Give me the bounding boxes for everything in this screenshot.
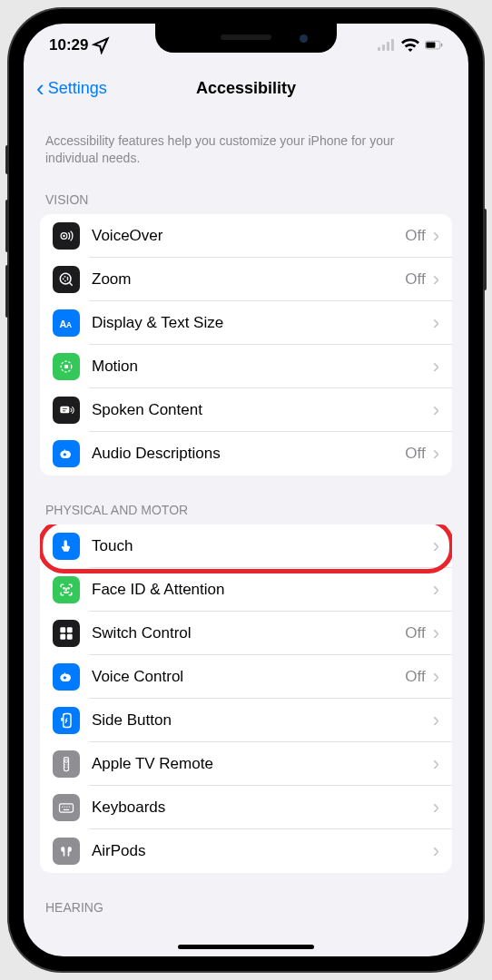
svg-point-25 <box>64 676 66 679</box>
chevron-right-icon: › <box>433 578 439 602</box>
touch-icon <box>53 533 80 560</box>
back-button[interactable]: ‹ Settings <box>36 74 107 103</box>
volume-down-button <box>5 265 9 318</box>
power-button <box>483 209 487 290</box>
list-group: VoiceOverOff›ZoomOff›AADisplay & Text Si… <box>40 214 452 475</box>
settings-row-zoom[interactable]: ZoomOff› <box>40 258 452 301</box>
svg-point-36 <box>62 806 63 807</box>
section-header: HEARING <box>40 873 452 922</box>
svg-rect-15 <box>60 407 69 414</box>
chevron-right-icon: › <box>433 839 439 863</box>
svg-point-33 <box>64 767 65 768</box>
svg-point-10 <box>64 276 68 280</box>
chevron-right-icon: › <box>433 268 439 291</box>
svg-rect-40 <box>64 808 70 809</box>
settings-row-voicecontrol[interactable]: Voice ControlOff› <box>40 655 452 699</box>
page-title: Accessibility <box>196 79 296 98</box>
nav-bar: ‹ Settings Accessibility <box>24 67 468 109</box>
row-label: Keyboards <box>92 799 433 817</box>
voicecontrol-icon <box>53 663 80 691</box>
svg-point-17 <box>64 453 66 456</box>
svg-point-30 <box>65 760 66 761</box>
svg-text:A: A <box>66 320 72 329</box>
row-status: Off <box>405 624 425 642</box>
row-label: AirPods <box>92 842 433 860</box>
wifi-icon <box>401 36 419 54</box>
settings-row-switch[interactable]: Switch ControlOff› <box>40 612 452 655</box>
svg-point-38 <box>66 806 67 807</box>
svg-point-14 <box>64 365 67 368</box>
voiceover-icon <box>53 222 80 250</box>
settings-row-textsize[interactable]: AADisplay & Text Size› <box>40 301 452 345</box>
battery-icon <box>425 36 443 54</box>
row-status: Off <box>405 270 425 289</box>
tvremote-icon <box>53 750 80 778</box>
settings-row-keyboard[interactable]: Keyboards› <box>40 786 452 829</box>
chevron-right-icon: › <box>433 534 439 558</box>
chevron-right-icon: › <box>433 311 439 335</box>
row-status: Off <box>405 227 425 245</box>
settings-row-airpods[interactable]: AirPods› <box>40 829 452 873</box>
page-description: Accessibility features help you customiz… <box>40 109 452 187</box>
svg-rect-3 <box>391 39 394 51</box>
row-label: Zoom <box>92 270 405 289</box>
svg-rect-6 <box>441 44 442 47</box>
settings-row-tvremote[interactable]: Apple TV Remote› <box>40 742 452 786</box>
svg-point-18 <box>64 587 64 588</box>
motion-icon <box>53 353 80 380</box>
settings-row-audiodesc[interactable]: Audio DescriptionsOff› <box>40 432 452 475</box>
settings-row-faceid[interactable]: Face ID & Attention› <box>40 568 452 612</box>
svg-rect-2 <box>387 42 389 51</box>
svg-rect-27 <box>61 717 63 720</box>
svg-point-37 <box>64 806 65 807</box>
mute-switch <box>5 145 9 174</box>
keyboard-icon <box>53 794 80 821</box>
phone-screen: 10:29 ‹ Settings Accessibility Accessibi… <box>24 24 468 956</box>
location-icon <box>92 36 110 54</box>
svg-rect-21 <box>67 627 73 632</box>
settings-row-sidebutton[interactable]: Side Button› <box>40 699 452 742</box>
content-scroll[interactable]: Accessibility features help you customiz… <box>24 109 468 956</box>
svg-rect-22 <box>60 634 65 640</box>
chevron-left-icon: ‹ <box>36 74 44 103</box>
notch <box>155 24 337 53</box>
textsize-icon: AA <box>53 309 80 337</box>
chevron-right-icon: › <box>433 398 439 422</box>
settings-row-motion[interactable]: Motion› <box>40 345 452 388</box>
settings-row-spoken[interactable]: Spoken Content› <box>40 388 452 432</box>
section-header: VISION <box>40 187 452 214</box>
row-label: Switch Control <box>92 624 405 642</box>
svg-rect-20 <box>60 627 65 632</box>
row-label: Display & Text Size <box>92 314 433 332</box>
sidebutton-icon <box>53 707 80 734</box>
settings-row-voiceover[interactable]: VoiceOverOff› <box>40 214 452 258</box>
svg-point-8 <box>63 235 65 238</box>
svg-rect-35 <box>60 804 74 812</box>
list-group: Touch›Face ID & Attention›Switch Control… <box>40 524 452 873</box>
chevron-right-icon: › <box>433 622 439 645</box>
svg-point-9 <box>60 273 71 284</box>
switch-icon <box>53 620 80 647</box>
chevron-right-icon: › <box>433 224 439 248</box>
svg-point-19 <box>68 587 69 588</box>
row-label: Touch <box>92 537 433 555</box>
svg-point-34 <box>67 767 68 768</box>
airpods-icon <box>53 838 80 865</box>
row-label: VoiceOver <box>92 227 405 245</box>
row-label: Apple TV Remote <box>92 755 433 773</box>
back-label: Settings <box>48 79 107 98</box>
svg-rect-1 <box>382 44 385 51</box>
chevron-right-icon: › <box>433 796 439 819</box>
settings-row-touch[interactable]: Touch› <box>40 524 452 568</box>
chevron-right-icon: › <box>433 709 439 732</box>
svg-point-32 <box>67 764 68 765</box>
row-status: Off <box>405 445 425 463</box>
audiodesc-icon <box>53 440 80 467</box>
home-indicator[interactable] <box>178 945 314 949</box>
svg-point-31 <box>64 764 65 765</box>
svg-point-39 <box>69 806 70 807</box>
svg-rect-0 <box>378 47 380 51</box>
row-label: Voice Control <box>92 668 405 686</box>
spoken-icon <box>53 397 80 424</box>
chevron-right-icon: › <box>433 355 439 378</box>
